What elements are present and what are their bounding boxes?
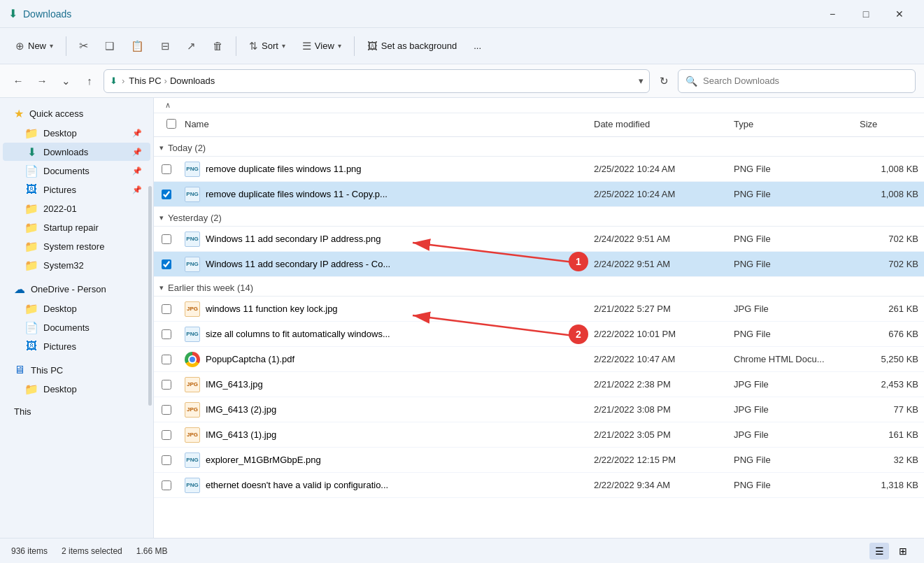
row-checkbox[interactable] — [162, 190, 171, 199]
row-checkbox[interactable] — [162, 259, 171, 269]
group-header[interactable]: ▾Yesterday (2) — [154, 207, 924, 227]
row-type: PNG File — [728, 329, 854, 339]
png-file-icon: PNG — [185, 162, 200, 177]
sidebar-item-system-restore[interactable]: 📁 System restore — [3, 237, 150, 255]
sort-icon: ⇅ — [249, 40, 258, 52]
rename-button[interactable]: ⊟ — [154, 33, 177, 59]
row-name: PopupCaptcha (1).pdf — [206, 354, 294, 364]
header-checkbox-cell[interactable] — [154, 116, 179, 134]
table-row[interactable]: JPG IMG_6413.jpg 2/21/2022 2:38 PM JPG F… — [154, 372, 924, 397]
selected-size: 1.66 MB — [136, 546, 168, 556]
quickaccess-label: Quick access — [29, 108, 83, 119]
row-type: PNG File — [728, 189, 854, 199]
group-header[interactable]: ▾Today (2) — [154, 137, 924, 157]
sidebar-item-this[interactable]: This — [3, 404, 150, 420]
new-button[interactable]: ⊕ New ▾ — [8, 33, 60, 59]
sidebar-item-startup-repair[interactable]: 📁 Startup repair — [3, 218, 150, 236]
row-checkbox[interactable] — [162, 329, 171, 339]
delete-icon: 🗑 — [213, 40, 223, 52]
row-checkbox-cell — [154, 405, 179, 415]
cut-button[interactable]: ✂ — [72, 33, 95, 59]
forward-button[interactable]: → — [32, 71, 52, 91]
sidebar-item-desktop[interactable]: 📁 Desktop 📌 — [3, 124, 150, 142]
sort-button[interactable]: ⇅ Sort ▾ — [242, 33, 292, 59]
table-row[interactable]: PNG ethernet doesn't have a valid ip con… — [154, 473, 924, 498]
group-header[interactable]: ▾Earlier this week (14) — [154, 277, 924, 297]
row-name-cell: PopupCaptcha (1).pdf — [179, 352, 588, 367]
table-row[interactable]: JPG IMG_6413 (2).jpg 2/21/2022 3:08 PM J… — [154, 397, 924, 422]
row-date: 2/22/2022 10:01 PM — [588, 329, 728, 339]
sidebar-item-quickaccess[interactable]: ★ Quick access — [3, 104, 150, 123]
table-row[interactable]: PNG Windows 11 add secondary IP address … — [154, 252, 924, 277]
sidebar-item-onedrive[interactable]: ☁ OneDrive - Person — [3, 280, 150, 299]
table-row[interactable]: PopupCaptcha (1).pdf 2/22/2022 10:47 AM … — [154, 347, 924, 372]
row-date: 2/22/2022 12:15 PM — [588, 455, 728, 465]
table-row[interactable]: PNG explorer_M1GBrMGbpE.png 2/22/2022 12… — [154, 448, 924, 473]
row-checkbox[interactable] — [162, 234, 171, 244]
row-checkbox[interactable] — [162, 380, 171, 390]
row-name: IMG_6413 (1).jpg — [206, 429, 276, 440]
row-checkbox[interactable] — [162, 355, 171, 364]
row-date: 2/24/2022 9:51 AM — [588, 234, 728, 244]
back-button[interactable]: ← — [8, 71, 28, 91]
sidebar-item-thispc[interactable]: 🖥 This PC — [3, 361, 150, 379]
png-file-icon: PNG — [185, 478, 200, 493]
sidebar-item-pictures[interactable]: 🖼 Pictures 📌 — [3, 180, 150, 199]
address-dropdown-icon[interactable]: ▾ — [639, 76, 644, 86]
row-checkbox[interactable] — [162, 164, 171, 174]
table-row[interactable]: PNG remove duplicate files windows 11.pn… — [154, 157, 924, 182]
table-row[interactable]: PNG Windows 11 add secondary IP address.… — [154, 227, 924, 252]
content-collapse-header[interactable]: ∧ — [154, 98, 924, 113]
header-size[interactable]: Size — [854, 116, 924, 134]
sidebar-item-od-pictures[interactable]: 🖼 Pictures — [3, 337, 150, 355]
sidebar-item-downloads[interactable]: ⬇ Downloads 📌 — [3, 143, 150, 161]
header-date[interactable]: Date modified — [588, 116, 728, 134]
sidebar-item-pc-desktop[interactable]: 📁 Desktop — [3, 380, 150, 398]
header-name[interactable]: Name — [179, 116, 588, 134]
table-row[interactable]: PNG size all columns to fit automaticall… — [154, 322, 924, 347]
paste-button[interactable]: 📋 — [124, 33, 151, 59]
row-checkbox[interactable] — [162, 405, 171, 415]
list-view-button[interactable]: ☰ — [869, 543, 889, 560]
view-button[interactable]: ☰ View ▾ — [295, 33, 348, 59]
refresh-button[interactable]: ↻ — [654, 71, 674, 91]
sidebar-scrollbar[interactable] — [148, 186, 152, 406]
share-icon: ↗ — [187, 40, 196, 52]
toolbar-sep-3 — [354, 36, 355, 56]
copy-button[interactable]: ❑ — [98, 33, 121, 59]
table-row[interactable]: JPG windows 11 function key lock.jpg 2/2… — [154, 297, 924, 322]
grid-view-button[interactable]: ⊞ — [893, 543, 913, 560]
up-button[interactable]: ↑ — [80, 71, 99, 91]
share-button[interactable]: ↗ — [180, 33, 203, 59]
new-chevron-icon: ▾ — [50, 42, 53, 50]
sidebar-item-2022-01[interactable]: 📁 2022-01 — [3, 199, 150, 218]
address-thispc[interactable]: This PC — [129, 76, 161, 86]
sidebar-item-system32[interactable]: 📁 System32 — [3, 256, 150, 274]
table-row[interactable]: JPG IMG_6413 (1).jpg 2/21/2022 3:05 PM J… — [154, 422, 924, 448]
file-table: ▾Today (2) PNG remove duplicate files wi… — [154, 137, 924, 538]
address-bar[interactable]: ⬇ › This PC › Downloads ▾ — [104, 69, 650, 93]
close-button[interactable]: ✕ — [883, 4, 916, 24]
maximize-button[interactable]: □ — [850, 4, 882, 24]
select-all-checkbox[interactable] — [166, 119, 176, 129]
row-name-cell: PNG explorer_M1GBrMGbpE.png — [179, 452, 588, 468]
address-downloads[interactable]: Downloads — [170, 76, 215, 86]
row-checkbox[interactable] — [162, 455, 171, 465]
set-background-button[interactable]: 🖼 Set as background — [360, 33, 464, 59]
delete-button[interactable]: 🗑 — [206, 33, 230, 59]
row-checkbox[interactable] — [162, 480, 171, 490]
view-switcher: ☰ ⊞ — [869, 543, 913, 560]
header-type[interactable]: Type — [728, 116, 854, 134]
table-row[interactable]: PNG remove duplicate files windows 11 - … — [154, 182, 924, 207]
row-checkbox[interactable] — [162, 304, 171, 314]
sidebar-item-documents[interactable]: 📄 Documents 📌 — [3, 162, 150, 180]
row-checkbox[interactable] — [162, 430, 171, 440]
row-type: JPG File — [728, 429, 854, 440]
minimize-button[interactable]: − — [816, 4, 848, 24]
sidebar-item-od-documents[interactable]: 📄 Documents — [3, 318, 150, 336]
more-button[interactable]: ... — [467, 33, 488, 59]
jpg-file-icon: JPG — [185, 377, 200, 392]
recent-locations-button[interactable]: ⌄ — [56, 71, 76, 91]
sidebar-item-od-desktop[interactable]: 📁 Desktop — [3, 299, 150, 318]
search-input[interactable] — [703, 76, 908, 86]
